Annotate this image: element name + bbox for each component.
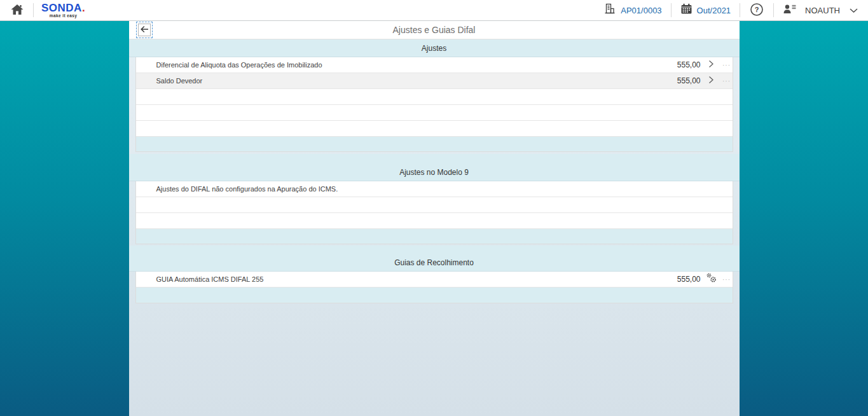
topbar-divider [671,3,672,17]
home-icon [10,3,24,18]
panel-title-bar: Ajustes e Guias Difal [129,21,740,39]
gears-icon [705,272,717,286]
building-icon [603,3,616,18]
section-header-ajustes: Ajustes [129,39,740,57]
topbar-right-group: AP01/0003 Out/2021 [600,0,862,20]
table-row[interactable]: Ajustes do DIFAL não configurados na Apu… [136,181,733,197]
home-button[interactable] [6,0,28,20]
row-open-button[interactable] [701,59,722,71]
table-row[interactable]: Saldo Devedor 555,00 ··· [136,73,733,89]
row-more-dots: ··· [722,62,733,69]
logo-text: SONDA [41,2,82,14]
row-more-dots: ··· [722,78,733,85]
content-panel: Ajustes e Guias Difal Ajustes Diferencia… [129,21,740,416]
row-value: 555,00 [656,60,701,69]
empty-row [136,89,733,105]
sonda-logo[interactable]: SONDA. make it easy [41,3,85,18]
section-header-modelo9: Ajustes no Modelo 9 [129,154,740,181]
chevron-down-icon [850,4,858,16]
modelo9-table: Ajustes do DIFAL não configurados na Apu… [135,181,733,244]
logo-tagline: make it easy [50,14,77,18]
period-selector[interactable]: Out/2021 [677,0,735,20]
topbar-divider [773,3,774,17]
row-process-button[interactable] [701,272,722,286]
chevron-right-icon [708,59,714,71]
empty-row [136,213,733,229]
page-title: Ajustes e Guias Difal [129,25,740,35]
guias-table: GUIA Automática ICMS DIFAL 255 555,00 ··… [135,272,733,303]
table-footer-band [136,288,733,303]
back-arrow-icon [140,25,149,35]
row-value: 555,00 [656,275,701,284]
empty-row [136,121,733,137]
user-name: NOAUTH [805,6,840,15]
row-label: Ajustes do DIFAL não configurados na Apu… [136,185,733,193]
row-more-dots: ··· [722,276,733,283]
empty-row [136,197,733,213]
table-footer-band [136,229,733,244]
topbar-divider [740,3,740,17]
table-footer-band [136,137,733,151]
table-row[interactable]: Diferencial de Aliquota das Operações de… [136,57,733,73]
back-button[interactable] [138,24,151,36]
help-icon: ? [749,2,764,19]
calendar-icon [680,3,692,17]
user-icon [783,4,797,17]
top-bar: SONDA. make it easy AP01/0003 [0,0,868,21]
topbar-divider [33,3,34,17]
chevron-right-icon [708,75,714,87]
row-value: 555,00 [656,76,701,85]
establishment-selector[interactable]: AP01/0003 [600,0,665,20]
establishment-value: AP01/0003 [621,6,661,15]
empty-row [136,105,733,121]
user-menu[interactable]: NOAUTH [779,0,862,20]
row-open-button[interactable] [701,75,722,87]
svg-text:?: ? [755,6,759,13]
page-background: Ajustes e Guias Difal Ajustes Diferencia… [0,21,868,416]
ajustes-table: Diferencial de Aliquota das Operações de… [135,57,733,152]
section-header-guias: Guias de Recolhimento [129,246,740,272]
row-label: Saldo Devedor [136,77,656,85]
period-value: Out/2021 [697,6,731,15]
help-button[interactable]: ? [745,0,768,20]
row-label: GUIA Automática ICMS DIFAL 255 [136,275,656,283]
table-row[interactable]: GUIA Automática ICMS DIFAL 255 555,00 ··… [136,272,733,288]
logo-dot: . [82,2,85,14]
row-label: Diferencial de Aliquota das Operações de… [136,61,656,69]
